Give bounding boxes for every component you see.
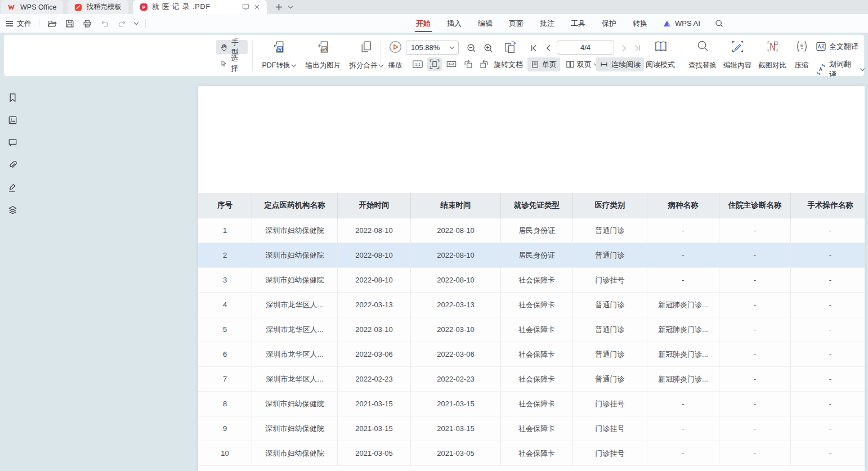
page-number-input[interactable]: 4/4	[557, 41, 614, 55]
menu-item[interactable]: 插入	[446, 15, 463, 32]
zoom-out-button[interactable]	[464, 41, 478, 55]
save-icon[interactable]	[65, 19, 75, 29]
menu-search-icon[interactable]	[714, 19, 724, 28]
rotate-right-button[interactable]	[477, 57, 491, 71]
table-row: 7深圳市龙华区人...2022-02-232022-02-23社会保障卡普通门诊…	[198, 367, 865, 392]
document-workspace: 序号定点医药机构名称开始时间结束时间就诊凭证类型医疗类别病种名称住院主诊断名称手…	[0, 77, 868, 471]
tab-docer-templates[interactable]: 找稻壳模板	[68, 0, 128, 14]
last-page-button[interactable]	[631, 42, 643, 54]
print-icon[interactable]	[82, 19, 92, 29]
menu-item[interactable]: 页面	[508, 15, 525, 32]
table-cell: -	[719, 218, 791, 243]
zoom-in-button[interactable]	[481, 41, 495, 55]
table-body: 1深圳市妇幼保健院2022-08-102022-08-10居民身份证普通门诊--…	[198, 218, 865, 466]
table-cell: 2022-03-10	[338, 317, 411, 342]
fit-page-button[interactable]	[427, 57, 442, 71]
split-merge-icon	[359, 39, 374, 55]
zoom-level-select[interactable]: 105.88%	[406, 41, 459, 55]
next-page-button[interactable]	[618, 42, 630, 54]
table-cell: 2021-03-15	[411, 416, 501, 441]
undo-icon[interactable]	[100, 19, 110, 28]
table-cell: 普通门诊	[573, 293, 647, 317]
screenshot-compare-button[interactable]: 截图对比	[756, 38, 789, 73]
table-cell: -	[791, 268, 865, 292]
comment-icon[interactable]	[7, 137, 18, 148]
column-header: 定点医药机构名称	[252, 193, 338, 218]
pdf-viewport[interactable]: 序号定点医药机构名称开始时间结束时间就诊凭证类型医疗类别病种名称住院主诊断名称手…	[25, 77, 868, 471]
rotate-left-button[interactable]	[461, 57, 476, 71]
table-cell: 新冠肺炎门诊...	[647, 367, 719, 391]
menu-item[interactable]: 转换	[632, 15, 648, 32]
tab-list-chevron-icon[interactable]	[288, 4, 293, 8]
wps-ai-label: WPS AI	[675, 19, 700, 28]
table-cell: 2022-08-10	[411, 268, 501, 292]
pdf-convert-button[interactable]: PDF转换	[256, 38, 301, 73]
divider	[380, 41, 381, 70]
menu-bar: 开始插入编辑页面批注工具保护转换 WPS AI	[415, 14, 724, 33]
column-header: 结束时间	[411, 193, 501, 218]
single-page-label: 单页	[542, 60, 557, 70]
table-cell: 2022-03-06	[338, 342, 411, 366]
menu-item[interactable]: 批注	[539, 15, 556, 32]
continuous-reading-button[interactable]: 连续阅读	[596, 57, 644, 71]
redo-icon[interactable]	[117, 19, 127, 28]
table-cell: 2022-08-10	[411, 218, 501, 243]
thumbnail-image-icon[interactable]	[7, 115, 18, 125]
fit-width-button[interactable]	[444, 57, 459, 71]
export-as-image-button[interactable]: 输出为图片	[301, 38, 345, 73]
table-row: 2深圳市妇幼保健院2022-08-102022-08-10居民身份证普通门诊--…	[198, 243, 865, 268]
attachment-icon[interactable]	[7, 160, 18, 171]
signature-pen-icon[interactable]	[7, 182, 18, 193]
hamburger-icon	[6, 20, 14, 27]
divider	[39, 19, 39, 28]
previous-page-button[interactable]	[542, 42, 554, 54]
table-cell: 深圳市妇幼保健院	[252, 218, 338, 243]
table-cell: -	[647, 441, 719, 465]
double-page-view-button[interactable]: 双页	[562, 57, 601, 71]
table-cell: 7	[198, 367, 252, 391]
edit-content-button[interactable]: 编辑内容	[721, 38, 754, 73]
rotate-document-icon[interactable]	[502, 38, 518, 55]
open-folder-icon[interactable]	[47, 19, 57, 29]
first-page-button[interactable]	[527, 42, 540, 54]
menu-item[interactable]: 编辑	[477, 15, 494, 32]
menu-item[interactable]: 保护	[601, 15, 618, 32]
table-cell: 2022-08-10	[338, 218, 411, 243]
compress-button[interactable]: 压缩	[791, 38, 812, 73]
close-tab-icon[interactable]	[254, 4, 260, 10]
menu-items: 开始插入编辑页面批注工具保护转换	[415, 15, 648, 32]
table-cell: 深圳市妇幼保健院	[252, 268, 338, 292]
table-cell: -	[647, 218, 719, 243]
bookmark-icon[interactable]	[7, 92, 18, 103]
full-text-translate-button[interactable]: 全文翻译	[816, 41, 858, 52]
table-cell: 2022-08-10	[338, 268, 411, 292]
table-cell: 普通门诊	[573, 367, 647, 391]
menu-item[interactable]: 工具	[570, 15, 587, 32]
file-menu-button[interactable]: 文件	[6, 19, 32, 29]
rotate-document-label[interactable]: 旋转文档	[494, 60, 523, 70]
svg-text:P: P	[142, 5, 146, 10]
table-cell: 10	[198, 441, 252, 465]
hand-tool-button[interactable]: 手型	[216, 40, 248, 54]
select-tool-button[interactable]: 选择	[216, 56, 248, 70]
enter-fullscreen-monitor-icon[interactable]	[242, 3, 249, 11]
read-mode-label[interactable]: 阅读模式	[646, 60, 675, 70]
actual-size-button[interactable]: 1:1	[410, 57, 425, 71]
tab-wps-office[interactable]: WPS Office	[1, 0, 63, 14]
play-slideshow-button[interactable]: 播放	[382, 38, 408, 73]
table-cell: 2022-08-10	[338, 243, 411, 267]
new-tab-plus-icon[interactable]	[275, 3, 283, 11]
read-mode-book-icon[interactable]	[652, 38, 669, 55]
quick-access-chevron-icon[interactable]	[134, 20, 138, 25]
table-cell: -	[719, 367, 791, 391]
table-cell: 居民身份证	[501, 218, 573, 243]
table-cell: 2021-03-15	[411, 392, 501, 416]
layers-icon[interactable]	[7, 205, 18, 216]
wps-ai-button[interactable]: WPS AI	[663, 19, 700, 28]
menu-item[interactable]: 开始	[415, 15, 432, 32]
table-cell: 门诊挂号	[573, 392, 647, 416]
single-page-view-button[interactable]: 单页	[527, 57, 560, 71]
tab-document-pdf[interactable]: P 就 医 记 录 .PDF	[133, 0, 267, 14]
table-cell: 2021-03-05	[411, 441, 501, 465]
find-replace-button[interactable]: 查找替换	[686, 38, 719, 73]
